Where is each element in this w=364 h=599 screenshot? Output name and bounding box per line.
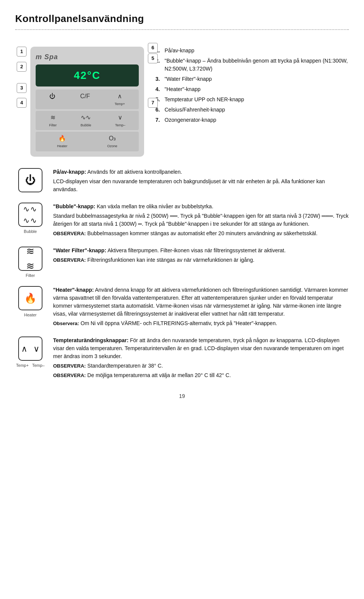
features-list: 1. På/av-knapp 2. "Bubble"-knapp – Ändra… — [155, 47, 349, 124]
list-item: 2. "Bubble"-knapp – Ändra bubbelnivån ge… — [155, 57, 349, 73]
filter-icon: ≋≋ — [18, 247, 42, 271]
feature-text-filter: "Water Filter"-knapp: Aktivera filterpum… — [53, 247, 349, 266]
feature-icon-box-power: ⏻ — [15, 168, 46, 194]
numbered-list: 1. På/av-knapp 2. "Bubble"-knapp – Ändra… — [155, 39, 349, 157]
feature-icon-box-heater: 🔥 Heater — [15, 286, 46, 318]
panel-row-1: ⏻ C/F ∧ Temp+ — [36, 90, 139, 109]
temp-label: Temp+ Temp– — [16, 362, 44, 369]
bubble-icon: ∿∿∿∿ — [18, 203, 42, 227]
divider — [15, 29, 349, 30]
num-label-2: 2 — [17, 62, 27, 72]
panel-row-2: ≋ Filter ∿∿ Bubble ∨ Temp– — [36, 111, 139, 130]
panel-icon-power: ⏻ — [49, 92, 55, 107]
feature-text-power: På/av-knapp: Används för att aktivera ko… — [53, 168, 349, 195]
list-item: 4. "Heater"-knapp — [155, 85, 349, 93]
feature-row-power: ⏻ På/av-knapp: Används för att aktivera … — [15, 168, 349, 195]
panel-icon-tempup: ∧ Temp+ — [115, 92, 125, 107]
panel-area: 1 2 3 4 6 5 7 m Spa 42°C ⏻ C/F — [15, 39, 144, 157]
panel-box: m Spa 42°C ⏻ C/F ∧ Temp+ — [30, 47, 144, 157]
feature-row-temp: ∧ ∨ Temp+ Temp– Tempteraturändringsknapp… — [15, 336, 349, 381]
feature-text-heater: "Heater"-knapp: Använd denna knapp för a… — [53, 286, 349, 329]
panel-brand: m Spa — [36, 52, 139, 62]
page-title: Kontrollpanelsanvändning — [15, 11, 349, 26]
panel-icon-filter2: ≋ Filter — [49, 113, 56, 128]
num-label-6: 6 — [148, 43, 158, 53]
panel-row-3: 🔥 Heater O₃ Ozone — [36, 132, 139, 151]
feature-icon-box-filter: ≋≋ Filter — [15, 247, 46, 279]
heater-label: Heater — [24, 312, 36, 318]
list-item: 6. Celsius/Fahrenheit-knapp — [155, 106, 349, 114]
feature-row-heater: 🔥 Heater "Heater"-knapp: Använd denna kn… — [15, 286, 349, 329]
num-label-1: 1 — [17, 47, 27, 57]
top-section: 1 2 3 4 6 5 7 m Spa 42°C ⏻ C/F — [15, 39, 349, 157]
page-number: 19 — [15, 392, 349, 400]
list-item: 5. Tempteratur UPP och NER-knapp — [155, 96, 349, 104]
panel-display: 42°C — [36, 64, 139, 86]
num-label-7: 7 — [148, 98, 158, 108]
heater-icon: 🔥 — [18, 286, 42, 310]
feature-text-temp: Tempteraturändringsknappar: För att ändr… — [53, 336, 349, 381]
feature-text-bubble: "Bubble"-knapp: Kan växla mellan tre oli… — [53, 203, 349, 239]
feature-icon-box-temp: ∧ ∨ Temp+ Temp– — [15, 336, 46, 369]
panel-icon-tempdown: ∨ Temp– — [115, 113, 125, 128]
feature-row-bubble: ∿∿∿∿ Bubble "Bubble"-knapp: Kan växla me… — [15, 203, 349, 239]
list-item: 3. "Water Filter"-knapp — [155, 75, 349, 83]
power-icon: ⏻ — [18, 168, 42, 192]
num-label-5: 5 — [148, 53, 158, 63]
panel-icon-heater2: 🔥 Heater — [57, 134, 67, 149]
temp-up-icon: ∧ — [21, 343, 27, 355]
list-item: 1. På/av-knapp — [155, 47, 349, 55]
feature-icon-box-bubble: ∿∿∿∿ Bubble — [15, 203, 46, 235]
temp-down-icon: ∨ — [33, 343, 39, 355]
panel-icon-bubble2: ∿∿ Bubble — [80, 113, 91, 128]
panel-icon-ozone: O₃ Ozone — [107, 134, 118, 149]
feature-row-filter: ≋≋ Filter "Water Filter"-knapp: Aktivera… — [15, 247, 349, 279]
bubble-label: Bubble — [24, 228, 37, 235]
list-item: 7. Ozongenerator-knapp — [155, 116, 349, 124]
num-label-3: 3 — [17, 83, 27, 93]
panel-wrapper: 1 2 3 4 6 5 7 m Spa 42°C ⏻ C/F — [30, 47, 144, 157]
num-label-4: 4 — [17, 98, 27, 108]
panel-icon-cf: C/F — [80, 92, 90, 107]
filter-label: Filter — [26, 272, 35, 279]
temp-icon: ∧ ∨ — [18, 336, 42, 361]
